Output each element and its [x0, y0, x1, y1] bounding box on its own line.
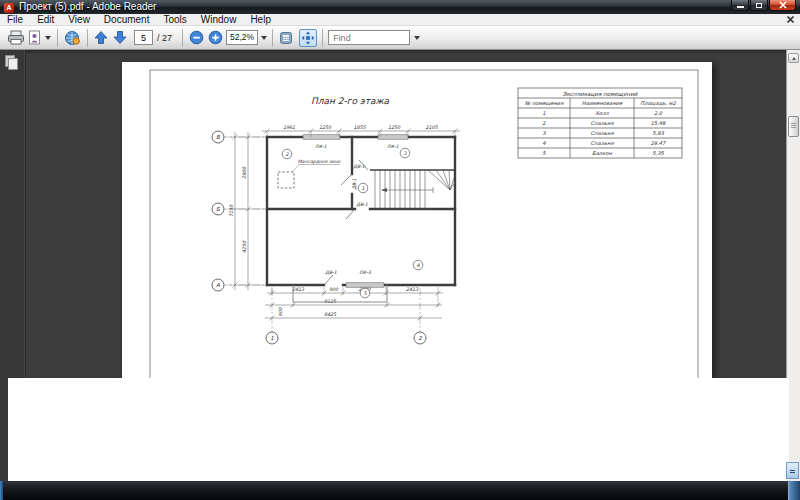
- thumb-grip: [791, 123, 796, 124]
- close-button[interactable]: [769, 0, 796, 11]
- toolbar-separator: [57, 29, 58, 47]
- email-dropdown-caret[interactable]: [45, 36, 51, 40]
- zoom-out-icon: [189, 30, 204, 45]
- minimize-button[interactable]: [731, 0, 749, 11]
- table-cell: 5,83: [652, 130, 664, 136]
- axis-label: 2: [418, 335, 422, 341]
- find-dropdown-caret[interactable]: [410, 30, 421, 45]
- table-cell: 29,47: [651, 140, 667, 146]
- menu-edit[interactable]: Edit: [30, 14, 61, 26]
- collaborate-button[interactable]: [63, 28, 82, 48]
- dim-label: 2413: [292, 287, 305, 292]
- door-label: ДВ-1: [353, 164, 364, 169]
- close-document-button[interactable]: [786, 15, 795, 26]
- menu-help[interactable]: Help: [243, 14, 278, 26]
- scrollbar-thumb[interactable]: [788, 116, 799, 137]
- maximize-button[interactable]: [750, 0, 768, 11]
- table-cell: Балкон: [592, 150, 612, 156]
- fullscreen-mode-button[interactable]: [299, 29, 317, 47]
- page-number-input[interactable]: [134, 30, 153, 45]
- dim-label: 2900: [242, 166, 247, 179]
- dim-label: 7150: [229, 204, 234, 217]
- toolbar-separator: [182, 29, 183, 47]
- table-cell: Спальня: [590, 140, 614, 146]
- window-label: ОК-3: [359, 270, 372, 275]
- balcony: [293, 285, 387, 302]
- menu-file[interactable]: File: [0, 14, 30, 26]
- menu-document[interactable]: Document: [97, 14, 157, 26]
- table-cell: 3: [542, 130, 546, 136]
- scroll-up-button[interactable]: [788, 53, 799, 63]
- arrow-up-icon: [94, 30, 108, 45]
- zoom-in-icon: [208, 30, 223, 45]
- scrolling-mode-button[interactable]: [278, 28, 294, 48]
- show-desktop-button[interactable]: [788, 481, 800, 500]
- axis-label: 1: [270, 335, 274, 341]
- arrow-down-icon: [113, 30, 127, 45]
- email-attach-button[interactable]: [26, 28, 52, 48]
- zoom-dropdown-caret[interactable]: [261, 36, 267, 40]
- page-total-label: / 27: [157, 33, 172, 43]
- window-title: Проект (5).pdf - Adobe Reader: [19, 0, 156, 14]
- desktop-screen: A Проект (5).pdf - Adobe Reader File Edi…: [0, 0, 800, 500]
- maximize-icon: [756, 3, 762, 8]
- dim-label: 1855: [353, 125, 366, 130]
- explication-table: Экспликация помещений № помещения Наимен…: [518, 88, 682, 158]
- bottom-dimension-lines: [265, 287, 443, 321]
- scrolling-mode-icon: [279, 31, 293, 45]
- zoom-level-field[interactable]: 52,2%: [226, 30, 258, 45]
- taskbar[interactable]: [0, 481, 800, 500]
- menu-bar: File Edit View Document Tools Window Hel…: [0, 14, 800, 26]
- menu-view[interactable]: View: [61, 14, 97, 26]
- door-label: ДВ-1: [325, 270, 336, 275]
- table-cell: 4: [542, 140, 546, 146]
- scroll-up-icon: [792, 57, 796, 60]
- table-cell: 15,48: [651, 120, 667, 126]
- dim-label: 1250: [319, 125, 332, 130]
- toolbar-separator: [87, 29, 88, 47]
- window-label: ОК-1: [387, 144, 399, 149]
- room-number: 1: [361, 186, 364, 191]
- menu-window[interactable]: Window: [194, 14, 244, 26]
- table-header: Площадь, м2: [640, 100, 676, 106]
- blank-overlay-window: [8, 378, 789, 481]
- four-arrows-icon: [301, 31, 315, 45]
- stairs-direction-arrow: [381, 188, 387, 192]
- previous-page-button[interactable]: [93, 28, 109, 48]
- zoom-out-button[interactable]: [188, 28, 205, 48]
- mansard-window: [278, 172, 294, 188]
- next-page-button[interactable]: [112, 28, 128, 48]
- dim-label: 8425: [324, 312, 337, 317]
- dim-label: 1250: [388, 125, 401, 130]
- print-icon: [7, 30, 25, 45]
- document-user-icon: [27, 30, 42, 45]
- widget-glyph: [790, 470, 795, 471]
- door-label: ДВ-1: [352, 178, 357, 189]
- close-document-icon: [786, 15, 795, 24]
- dim-label: 2105: [425, 125, 438, 130]
- table-cell: 1: [542, 110, 545, 116]
- doors: [324, 160, 368, 285]
- menu-tools[interactable]: Tools: [156, 14, 193, 26]
- minimize-icon: [737, 6, 744, 8]
- window-controls: [730, 0, 796, 11]
- zoom-in-button[interactable]: [207, 28, 224, 48]
- title-bar: A Проект (5).pdf - Adobe Reader: [0, 0, 800, 14]
- plan-title: План 2-го этажа: [311, 96, 390, 106]
- page-thumb-front: [8, 58, 18, 70]
- table-cell: 2: [542, 120, 546, 126]
- table-cell: Спальня: [590, 130, 614, 136]
- table-title: Экспликация помещений: [563, 91, 638, 97]
- find-input[interactable]: [328, 30, 410, 45]
- dim-label: 600: [278, 307, 283, 317]
- dim-label: 4250: [242, 240, 247, 253]
- table-cell: 5,35: [652, 150, 664, 156]
- table-cell: 2,0: [654, 110, 663, 116]
- walls: [267, 137, 455, 285]
- mansard-label: Мансардное окно: [298, 159, 342, 164]
- toolbar-separator: [322, 29, 323, 47]
- print-button[interactable]: [6, 28, 26, 48]
- floor-plan: Мансардное окно ОК-1 ОК-1 ОК-3 ДВ-1 ДВ-1…: [212, 125, 460, 344]
- pages-panel-icon[interactable]: [5, 55, 21, 72]
- corner-scroll-widget[interactable]: [786, 462, 799, 479]
